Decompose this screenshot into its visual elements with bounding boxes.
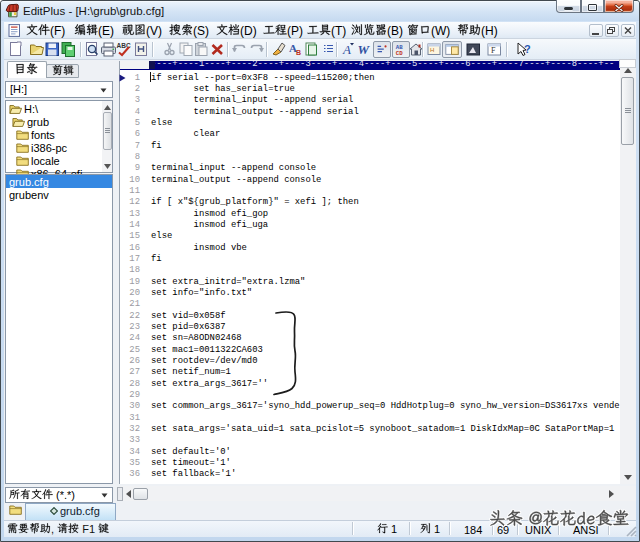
svg-text:CD: CD — [396, 50, 403, 57]
svg-text:A: A — [342, 42, 351, 57]
svg-text:W: W — [358, 42, 371, 57]
svg-text:?: ? — [524, 43, 531, 55]
svg-text:B: B — [296, 49, 301, 56]
svg-text:H: H — [430, 47, 434, 53]
svg-text:F: F — [491, 46, 496, 55]
